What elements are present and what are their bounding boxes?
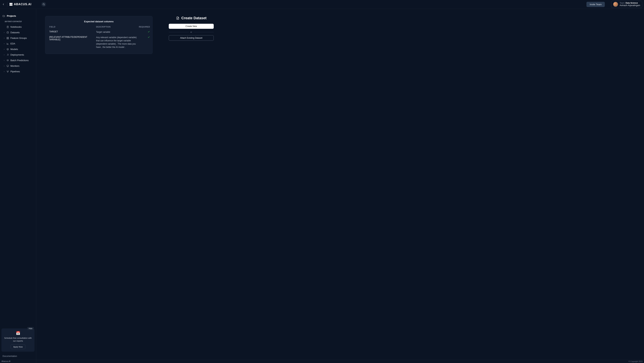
expected-columns-table: Expected dataset columns FIELD DESCRIPTI…: [45, 16, 152, 54]
pipeline-icon: [6, 70, 9, 73]
col-required: REQUIRED: [138, 26, 150, 28]
cube-icon: [6, 48, 9, 50]
table-title: Expected dataset columns: [49, 20, 148, 23]
layers-icon: [6, 59, 9, 62]
main-content: Expected dataset columns FIELD DESCRIPTI…: [36, 9, 644, 363]
check-icon: [148, 36, 150, 38]
sidebar-item-monitors[interactable]: Monitors: [0, 63, 36, 69]
sidebar-item-batch-predictions[interactable]: Batch Predictions: [0, 58, 36, 63]
sidebar-item-label: Pipelines: [10, 70, 20, 73]
cell-field: [RELEVANT ATTRIBUTE/DEPENDENT VARIABLE]: [49, 36, 96, 41]
sidebar-item-label: Datasets: [10, 31, 20, 34]
chevron-right-icon: [3, 48, 5, 50]
sidebar-item-notebooks[interactable]: Notebooks: [0, 24, 36, 30]
sidebar-brand-footer: Abacus.AI: [0, 359, 36, 363]
sidebar-item-datasets[interactable]: Datasets: [0, 30, 36, 35]
team-label: Team: Data Science: [620, 2, 640, 4]
divider: [7, 2, 8, 7]
svg-rect-1: [7, 26, 8, 28]
chevron-right-icon: [3, 65, 5, 67]
notebook-icon: [6, 26, 9, 28]
sidebar-item-deployments[interactable]: Deployments: [0, 52, 36, 58]
upload-file-icon: [176, 16, 180, 20]
calendar-icon: 📅: [3, 331, 33, 335]
svg-point-8: [7, 71, 7, 71]
invite-team-button[interactable]: Invite Team: [586, 2, 605, 7]
sidebar-item-pipelines[interactable]: Pipelines: [0, 69, 36, 74]
sidebar-item-feature-groups[interactable]: Feature Groups: [0, 35, 36, 41]
svg-rect-4: [8, 37, 9, 38]
chevron-right-icon: [3, 54, 5, 56]
user-name: Avinash Arjavalingam: [620, 4, 640, 7]
sidebar-item-label: EDA: [10, 42, 15, 45]
brand-name: ABACUS.AI: [14, 3, 32, 6]
chevron-right-icon: [3, 38, 5, 39]
create-dataset-panel: Create Dataset Create New or Attach Exis…: [169, 16, 214, 41]
sidebar-item-label: Batch Predictions: [10, 59, 28, 62]
cell-required: [138, 30, 150, 34]
sidebar-item-label: Notebooks: [10, 26, 22, 28]
svg-rect-5: [7, 38, 8, 39]
cell-required: [138, 36, 150, 39]
chevron-right-icon: [3, 60, 5, 61]
svg-point-10: [8, 72, 8, 72]
cell-desc: Target variable: [96, 30, 138, 34]
logo-mark-icon: [10, 3, 12, 6]
cell-desc: Any relevant variable (dependent variabl…: [96, 36, 138, 49]
or-separator: or: [169, 31, 214, 33]
table-row: TARGET Target variable: [49, 29, 148, 35]
sidebar: Projects avi-test-connector Notebooks Da…: [0, 9, 36, 363]
brand-logo[interactable]: ABACUS.AI: [10, 3, 32, 6]
cell-field: TARGET: [49, 30, 96, 33]
col-description: DESCRIPTION: [96, 26, 138, 28]
create-new-button[interactable]: Create New: [169, 24, 214, 29]
hide-card-button[interactable]: Hide: [27, 327, 34, 330]
svg-point-9: [8, 71, 8, 71]
sidebar-item-label: Feature Groups: [10, 37, 27, 40]
documentation-link[interactable]: Documentation: [0, 353, 36, 359]
sidebar-projects-label: Projects: [7, 14, 16, 17]
consultation-card: Hide 📅 Schedule free consultation with o…: [2, 328, 34, 352]
sidebar-projects-root[interactable]: Projects: [0, 13, 36, 19]
apply-now-button[interactable]: Apply Now: [10, 344, 26, 349]
create-dataset-title: Create Dataset: [169, 16, 214, 20]
database-icon: [6, 31, 9, 34]
sidebar-project-name[interactable]: avi-test-connector: [0, 19, 36, 24]
rocket-icon: [6, 54, 9, 56]
svg-rect-7: [7, 65, 9, 66]
folder-icon: [2, 15, 5, 17]
sidebar-item-label: Models: [10, 48, 18, 50]
back-button[interactable]: [2, 3, 5, 6]
search-icon: [42, 3, 45, 6]
svg-rect-6: [8, 38, 9, 39]
sidebar-item-label: Monitors: [10, 64, 20, 67]
table-row: [RELEVANT ATTRIBUTE/DEPENDENT VARIABLE] …: [49, 35, 148, 50]
chevron-right-icon: [3, 43, 5, 44]
sidebar-item-models[interactable]: Models: [0, 46, 36, 52]
check-icon: [148, 30, 150, 33]
sidebar-item-label: Deployments: [10, 54, 24, 56]
attach-existing-button[interactable]: Attach Existing Dataset: [169, 35, 214, 41]
chevron-right-icon: [3, 71, 5, 72]
grid-icon: [6, 37, 9, 40]
chart-icon: [6, 42, 9, 45]
copyright-footer: © Copyright 2023: [36, 360, 644, 363]
search-button[interactable]: [41, 2, 46, 7]
monitor-icon: [6, 65, 9, 67]
col-field: FIELD: [49, 26, 96, 28]
team-chip[interactable]: Team: Data Science Avinash Arjavalingam: [611, 1, 642, 8]
svg-point-0: [43, 4, 44, 5]
svg-point-2: [7, 32, 8, 32]
svg-rect-3: [7, 37, 8, 38]
chevron-right-icon: [3, 32, 5, 33]
consult-text: Schedule free consultation with our expe…: [3, 337, 33, 342]
avatar: [613, 2, 618, 7]
sidebar-item-eda[interactable]: EDA: [0, 41, 36, 46]
header-bar: ABACUS.AI Invite Team Team: Data Science…: [0, 0, 644, 9]
